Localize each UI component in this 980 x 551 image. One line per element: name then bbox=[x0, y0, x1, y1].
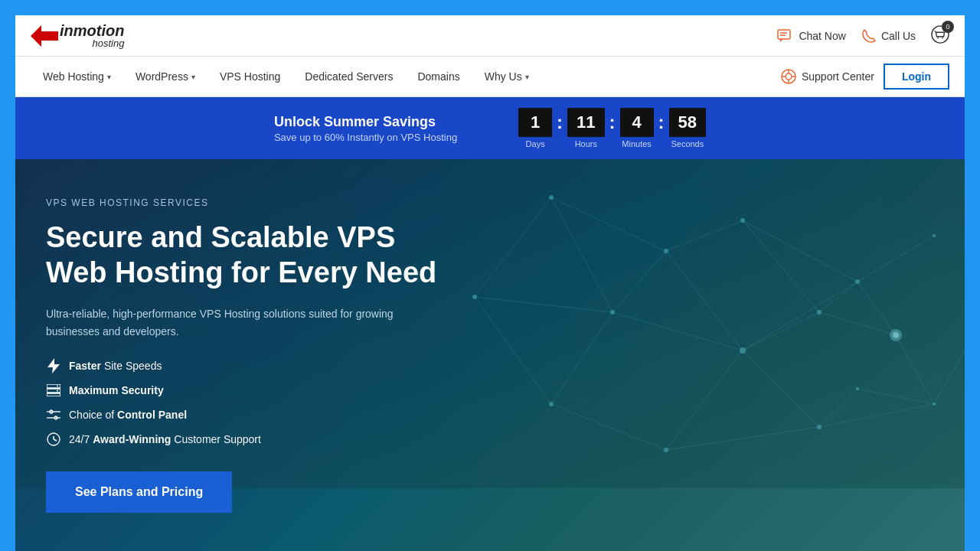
svg-rect-62 bbox=[47, 393, 60, 396]
svg-point-53 bbox=[664, 448, 668, 452]
hero-content: VPS WEB HOSTING SERVICES Secure and Scal… bbox=[15, 159, 475, 551]
support-center-button[interactable]: Support Center bbox=[780, 68, 874, 85]
nav-right: Support Center Login bbox=[780, 64, 949, 90]
nav-item-wordpress[interactable]: WordPress ▾ bbox=[123, 57, 207, 96]
server-icon bbox=[46, 383, 61, 398]
nav-item-dedicated-servers[interactable]: Dedicated Servers bbox=[292, 57, 405, 96]
promo-bar: Unlock Summer Savings Save up to 60% Ins… bbox=[15, 97, 965, 159]
hero-description: Ultra-reliable, high-performance VPS Hos… bbox=[46, 305, 444, 340]
logo-tagline: hosting bbox=[60, 38, 124, 48]
svg-rect-1 bbox=[778, 30, 790, 39]
svg-point-43 bbox=[664, 249, 668, 253]
svg-point-63 bbox=[57, 385, 58, 386]
countdown-sep-1: : bbox=[557, 112, 563, 133]
nav-bar: Web Hosting ▾ WordPress ▾ VPS Hosting De… bbox=[15, 57, 965, 97]
countdown-days-label: Days bbox=[526, 139, 545, 148]
support-icon bbox=[780, 68, 797, 85]
logo: inmotion hosting bbox=[31, 23, 124, 48]
countdown-hours-label: Hours bbox=[575, 139, 597, 148]
svg-rect-60 bbox=[47, 384, 60, 388]
svg-marker-0 bbox=[31, 25, 58, 47]
feature-maximum-security: Maximum Security bbox=[46, 383, 444, 398]
promo-subtitle: Save up to 60% Instantly on VPS Hosting bbox=[274, 132, 457, 143]
countdown-days-value: 1 bbox=[518, 108, 552, 137]
chevron-down-icon: ▾ bbox=[191, 73, 195, 81]
call-icon bbox=[861, 28, 877, 44]
logo-area: inmotion hosting bbox=[31, 23, 124, 48]
sliders-icon bbox=[46, 407, 61, 422]
svg-point-7 bbox=[942, 37, 943, 38]
chevron-down-icon: ▾ bbox=[107, 73, 111, 81]
svg-point-45 bbox=[855, 279, 860, 284]
clock-icon bbox=[46, 432, 61, 447]
logo-brand: inmotion bbox=[60, 23, 124, 38]
svg-rect-61 bbox=[47, 389, 60, 393]
page-wrapper: inmotion hosting Chat Now bbox=[0, 0, 980, 551]
countdown-sep-2: : bbox=[609, 112, 616, 133]
chevron-down-icon: ▾ bbox=[525, 73, 529, 81]
features-list: Faster Site Speeds Maximu bbox=[46, 358, 444, 447]
call-us-label: Call Us bbox=[881, 30, 916, 42]
lightning-icon bbox=[46, 358, 61, 373]
svg-point-51 bbox=[817, 310, 822, 315]
svg-point-52 bbox=[549, 402, 554, 406]
countdown-minutes: 4 Minutes bbox=[620, 108, 654, 148]
svg-point-44 bbox=[740, 218, 745, 223]
nav-items: Web Hosting ▾ WordPress ▾ VPS Hosting De… bbox=[31, 57, 541, 96]
countdown-minutes-label: Minutes bbox=[622, 139, 652, 148]
support-center-label: Support Center bbox=[802, 70, 874, 83]
countdown-hours: 11 Hours bbox=[567, 108, 604, 148]
top-bar: inmotion hosting Chat Now bbox=[15, 15, 965, 57]
svg-point-50 bbox=[933, 403, 936, 406]
svg-point-46 bbox=[933, 234, 936, 237]
login-button[interactable]: Login bbox=[884, 64, 949, 90]
promo-title: Unlock Summer Savings bbox=[274, 114, 457, 130]
countdown-hours-value: 11 bbox=[567, 108, 604, 137]
svg-point-64 bbox=[57, 390, 58, 391]
feature-control-panel: Choice of Control Panel bbox=[46, 407, 444, 422]
nav-item-domains[interactable]: Domains bbox=[405, 57, 472, 96]
svg-line-71 bbox=[54, 439, 57, 441]
countdown-days: 1 Days bbox=[518, 108, 552, 148]
nav-item-web-hosting[interactable]: Web Hosting ▾ bbox=[31, 57, 123, 96]
svg-marker-59 bbox=[47, 358, 60, 373]
svg-point-9 bbox=[786, 73, 792, 80]
hero-subtitle: VPS WEB HOSTING SERVICES bbox=[46, 197, 444, 208]
logo-text: inmotion hosting bbox=[60, 23, 124, 48]
countdown-seconds-value: 58 bbox=[669, 108, 706, 137]
logo-icon bbox=[31, 25, 58, 47]
cart-badge: 0 bbox=[942, 21, 954, 33]
svg-point-47 bbox=[610, 310, 615, 315]
countdown-sep-3: : bbox=[658, 112, 665, 133]
nav-item-why-us[interactable]: Why Us ▾ bbox=[472, 57, 541, 96]
see-plans-button[interactable]: See Plans and Pricing bbox=[46, 471, 232, 513]
cart-button[interactable]: 0 bbox=[931, 25, 949, 47]
svg-point-48 bbox=[740, 347, 746, 354]
hero-title: Secure and Scalable VPS Web Hosting for … bbox=[46, 220, 444, 290]
top-actions: Chat Now Call Us 0 bbox=[777, 25, 949, 47]
hero-section: VPS WEB HOSTING SERVICES Secure and Scal… bbox=[15, 159, 965, 551]
nav-item-vps-hosting[interactable]: VPS Hosting bbox=[207, 57, 292, 96]
feature-faster-speeds: Faster Site Speeds bbox=[46, 358, 444, 373]
main-container: inmotion hosting Chat Now bbox=[15, 15, 965, 551]
chat-icon bbox=[777, 29, 794, 43]
countdown-seconds-label: Seconds bbox=[671, 139, 704, 148]
countdown-seconds: 58 Seconds bbox=[669, 108, 706, 148]
svg-point-49 bbox=[817, 425, 822, 429]
countdown-minutes-value: 4 bbox=[620, 108, 654, 137]
chat-now-label: Chat Now bbox=[799, 30, 845, 42]
feature-customer-support: 24/7 Award-Winning Customer Support bbox=[46, 432, 444, 447]
chat-now-button[interactable]: Chat Now bbox=[777, 29, 845, 43]
svg-point-58 bbox=[893, 332, 899, 338]
svg-point-56 bbox=[856, 387, 859, 390]
svg-point-6 bbox=[937, 37, 939, 38]
promo-text: Unlock Summer Savings Save up to 60% Ins… bbox=[274, 114, 457, 143]
svg-point-42 bbox=[549, 195, 554, 200]
call-us-button[interactable]: Call Us bbox=[861, 28, 916, 44]
countdown: 1 Days : 11 Hours : 4 Minutes : 58 Secon… bbox=[518, 108, 706, 148]
